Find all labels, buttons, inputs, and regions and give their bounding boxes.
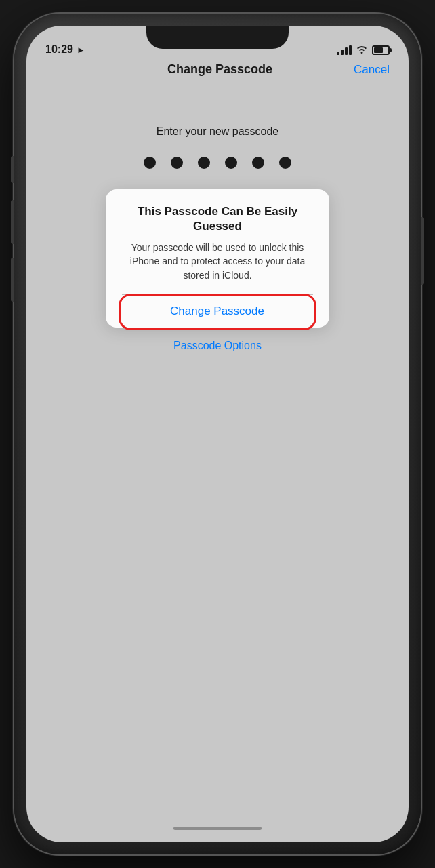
battery-icon [372,45,390,55]
main-content: Enter your new passcode This Passcode Ca… [26,85,409,819]
home-indicator [26,819,409,842]
volume-down-button[interactable] [11,258,14,302]
status-icons [337,44,390,56]
passcode-dot [279,157,291,169]
change-passcode-button[interactable]: Change Passcode [121,295,314,328]
alert-card: This Passcode Can Be Easily Guessed Your… [106,189,329,328]
home-bar [173,827,262,830]
phone-screen: 10:29 ► [26,26,409,842]
page-title: Change Passcode [167,62,272,77]
volume-up-button[interactable] [11,200,14,244]
phone-frame: 10:29 ► [14,14,421,854]
signal-icon [337,45,352,55]
wifi-icon [356,44,368,56]
passcode-dot [225,157,237,169]
alert-title: This Passcode Can Be Easily Guessed [122,204,313,234]
notch [146,26,289,49]
power-button[interactable] [421,217,424,285]
enter-passcode-label: Enter your new passcode [157,125,279,138]
passcode-dot [252,157,264,169]
location-icon: ► [77,45,85,55]
mute-button[interactable] [11,156,14,183]
passcode-dots [144,157,291,169]
nav-bar: Change Passcode Cancel [26,60,409,85]
passcode-dot [198,157,210,169]
status-time: 10:29 ► [45,43,85,56]
cancel-button[interactable]: Cancel [354,63,390,77]
alert-body: Your passcode will be used to unlock thi… [122,241,313,282]
passcode-options-button[interactable]: Passcode Options [173,340,262,352]
passcode-dot [144,157,156,169]
passcode-dot [171,157,183,169]
